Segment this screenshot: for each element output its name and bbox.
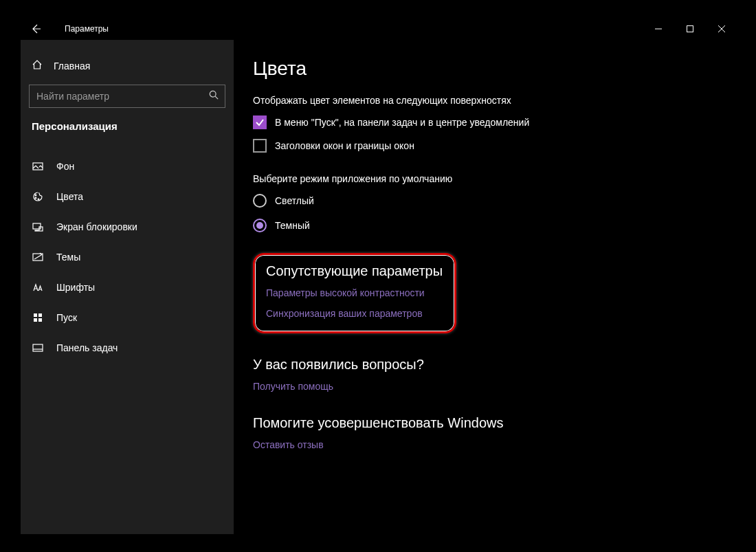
search-icon	[209, 90, 219, 102]
sidebar-item-taskbar[interactable]: Панель задач	[21, 333, 234, 363]
radio-icon	[253, 194, 267, 208]
page-title: Цвета	[253, 58, 737, 80]
back-arrow-icon	[30, 23, 41, 34]
sidebar: Главная Персонализация Фон Цвета	[21, 40, 234, 534]
sidebar-nav: Фон Цвета Экран блокировки Темы Шрифты	[21, 151, 234, 363]
search-input[interactable]	[29, 85, 225, 108]
link-get-help[interactable]: Получить помощь	[253, 381, 737, 392]
mode-label: Выберите режим приложения по умолчанию	[253, 173, 737, 184]
home-icon	[32, 59, 43, 72]
settings-window: Параметры Главная	[21, 18, 737, 534]
sidebar-item-label: Экран блокировки	[56, 221, 137, 232]
surfaces-label: Отображать цвет элементов на следующих п…	[253, 95, 737, 106]
checkbox-icon	[253, 115, 267, 129]
sidebar-item-start[interactable]: Пуск	[21, 302, 234, 333]
radio-light[interactable]: Светлый	[253, 194, 737, 208]
sidebar-item-fonts[interactable]: Шрифты	[21, 272, 234, 302]
radio-label: Светлый	[275, 195, 314, 206]
link-feedback[interactable]: Оставить отзыв	[253, 439, 737, 450]
sidebar-item-label: Шрифты	[56, 282, 95, 293]
window-controls	[643, 18, 737, 40]
radio-label: Темный	[275, 220, 310, 231]
link-sync-settings[interactable]: Синхронизация ваших параметров	[266, 308, 443, 319]
sidebar-section-label: Персонализация	[21, 120, 234, 139]
svg-rect-11	[35, 230, 38, 231]
search-wrap	[29, 85, 225, 108]
radio-icon	[253, 219, 267, 232]
home-nav[interactable]: Главная	[21, 52, 234, 79]
titlebar-left: Параметры	[26, 19, 109, 38]
sidebar-item-themes[interactable]: Темы	[21, 242, 234, 272]
start-icon	[32, 312, 44, 323]
svg-rect-14	[34, 313, 37, 317]
close-button[interactable]	[706, 18, 737, 40]
app-title: Параметры	[65, 24, 109, 34]
app-mode-group: Выберите режим приложения по умолчанию С…	[253, 173, 737, 232]
sidebar-item-background[interactable]: Фон	[21, 151, 234, 181]
taskbar-icon	[32, 342, 44, 353]
svg-rect-15	[38, 313, 42, 317]
checkbox-icon	[253, 139, 267, 153]
home-label: Главная	[54, 60, 90, 71]
svg-rect-18	[33, 344, 43, 351]
sidebar-item-label: Фон	[56, 161, 74, 172]
back-button[interactable]	[26, 19, 45, 38]
checkbox-label: Заголовки окон и границы окон	[275, 140, 414, 151]
themes-icon	[32, 252, 44, 263]
checkbox-label: В меню "Пуск", на панели задач и в центр…	[275, 117, 529, 128]
sidebar-item-colors[interactable]: Цвета	[21, 181, 234, 212]
radio-dark[interactable]: Темный	[253, 219, 737, 232]
sidebar-item-lockscreen[interactable]: Экран блокировки	[21, 212, 234, 242]
svg-line-5	[215, 96, 218, 99]
svg-rect-17	[38, 318, 42, 322]
maximize-icon	[687, 25, 693, 32]
related-heading: Сопутствующие параметры	[266, 263, 443, 279]
picture-icon	[32, 161, 44, 172]
checkbox-start-taskbar[interactable]: В меню "Пуск", на панели задач и в центр…	[253, 115, 737, 129]
checkbox-title-borders[interactable]: Заголовки окон и границы окон	[253, 139, 737, 153]
minimize-icon	[655, 25, 662, 32]
link-high-contrast[interactable]: Параметры высокой контрастности	[266, 287, 443, 298]
minimize-button[interactable]	[643, 18, 674, 40]
improve-heading: Помогите усовершенствовать Windows	[253, 415, 737, 431]
palette-icon	[32, 191, 44, 202]
svg-point-8	[35, 197, 36, 199]
svg-point-7	[35, 195, 36, 196]
questions-heading: У вас появились вопросы?	[253, 357, 737, 373]
related-settings-box: Сопутствующие параметры Параметры высоко…	[253, 253, 456, 333]
fonts-icon	[32, 282, 44, 293]
titlebar: Параметры	[21, 18, 737, 40]
maximize-button[interactable]	[674, 18, 706, 40]
window-body: Главная Персонализация Фон Цвета	[21, 40, 737, 534]
svg-point-9	[38, 199, 39, 200]
sidebar-item-label: Темы	[56, 252, 80, 263]
svg-rect-16	[34, 318, 37, 322]
sidebar-item-label: Панель задач	[56, 342, 118, 353]
content-area: Цвета Отображать цвет элементов на следу…	[234, 40, 737, 534]
questions-section: У вас появились вопросы? Получить помощь	[253, 357, 737, 392]
sidebar-item-label: Пуск	[56, 312, 77, 323]
improve-section: Помогите усовершенствовать Windows Остав…	[253, 415, 737, 450]
lockscreen-icon	[32, 221, 44, 232]
sidebar-item-label: Цвета	[56, 191, 83, 202]
svg-point-4	[210, 91, 216, 97]
close-icon	[718, 25, 725, 32]
svg-rect-1	[687, 26, 693, 32]
